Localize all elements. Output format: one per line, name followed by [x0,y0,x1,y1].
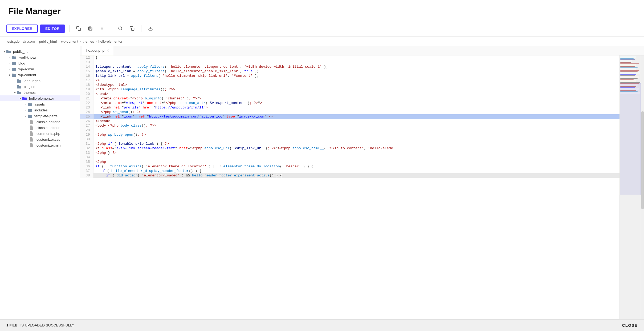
scrollbar-thumb[interactable] [641,111,644,209]
table-row: 29 <?php wp_body_open(); ?> [80,132,619,137]
svg-rect-33 [620,91,638,92]
sidebar-item-comments-php[interactable]: comments.php [0,131,80,136]
sidebar-item-label: customizer.css [36,138,60,142]
sidebar-item-label: comments.php [36,132,60,136]
editor-tab-filename: header.php [86,49,104,53]
sidebar-item-languages[interactable]: › languages [0,78,80,84]
breadcrumb-part-0[interactable]: testsgdomain.com [6,39,35,43]
sidebar-item-label: themes [24,91,36,95]
status-bar: 1 FILE IS UPLOADED SUCCESSFULLY CLOSE [0,319,644,331]
chevron-right-icon: › [23,109,28,112]
table-row: 18 <!doctype html> [80,83,619,87]
download-icon-btn[interactable] [146,24,155,33]
sidebar-item-label: customizer.min [36,143,61,147]
folder-icon [12,73,17,77]
sidebar-item-wp-content[interactable]: ▼ wp-content [0,72,80,78]
editor-panel: header.php ✕ 12 } 13 [80,46,644,331]
breadcrumb-part-3[interactable]: themes [83,39,94,43]
table-row: 15 $enable_skip_link = apply_filters( 'h… [80,69,619,74]
copy2-icon [130,26,134,31]
sidebar-item-assets[interactable]: › assets [0,101,80,107]
breadcrumb-part-2[interactable]: wp-content [61,39,78,43]
table-row: 35 <?php [80,160,619,164]
breadcrumb-part-4[interactable]: hello-elementor [98,39,122,43]
chevron-down-icon: ▼ [7,74,12,76]
sidebar-item-customizer-min[interactable]: customizer.min [0,142,80,148]
close-tab-icon[interactable]: ✕ [107,49,109,53]
svg-rect-18 [620,71,638,72]
sidebar-item-label: .well-known [18,55,37,59]
search-icon-btn[interactable] [116,24,125,33]
toolbar-separator [69,25,70,32]
svg-rect-0 [78,28,80,31]
table-row: 14 $viewport_content = apply_filters( 'h… [80,64,619,69]
svg-rect-13 [620,65,636,65]
svg-rect-28 [620,85,638,85]
sidebar-item-hello-elementor[interactable]: ▼ hello-elementor [0,95,80,101]
editor-tab-header-php[interactable]: header.php ✕ [82,46,113,55]
copy-icon [76,26,81,31]
status-count: 1 FILE [6,323,17,327]
table-row: 32 <a class="skip-link screen-reader-tex… [80,146,619,151]
sidebar-item-customizer-css[interactable]: customizer.css [0,136,80,142]
svg-rect-29 [620,86,636,87]
svg-rect-15 [620,67,638,68]
status-message: 1 FILE IS UPLOADED SUCCESSFULLY [6,323,74,327]
sidebar-item-blog[interactable]: › blog [0,60,80,66]
breadcrumb-part-1[interactable]: public_html [39,39,57,43]
search-icon [118,26,123,31]
sidebar-item-wp-admin[interactable]: › wp-admin [0,66,80,72]
minimap-preview [620,55,641,189]
chevron-down-icon: ▼ [18,97,22,100]
code-scroll[interactable]: 12 } 13 14 $viewport_content = apply_fil… [80,55,619,331]
folder-icon [6,49,12,54]
svg-rect-21 [620,75,635,76]
table-row: 26 </head> [80,119,619,123]
sidebar-item-label: assets [34,102,45,106]
sidebar-item-plugins[interactable]: › plugins [0,84,80,90]
sidebar-item-includes[interactable]: › includes [0,107,80,113]
status-close-btn[interactable]: CLOSE [622,323,638,328]
table-row: 21 <meta charset="<?php bloginfo( 'chars… [80,96,619,101]
table-row: 17 ?> [80,78,619,83]
close-icon-btn[interactable] [97,24,107,33]
svg-rect-17 [620,70,639,71]
breadcrumb: testsgdomain.com › public_html › wp-cont… [0,37,644,46]
file-icon [30,137,35,142]
code-area[interactable]: 12 } 13 14 $viewport_content = apply_fil… [80,55,644,331]
svg-rect-5 [131,28,134,31]
toolbar: EXPLORER EDITOR [0,21,644,37]
copy-icon-btn[interactable] [74,24,83,33]
sidebar-item-classic-editor-c[interactable]: classic-editor.c [0,119,80,125]
chevron-right-icon: › [7,62,12,65]
svg-rect-20 [620,74,636,75]
sidebar-item-public_html[interactable]: ▼ public_html [0,49,80,54]
file-icon [30,126,35,130]
table-row: 16 $skip_link_url = apply_filters( 'hell… [80,74,619,78]
file-icon [30,120,35,124]
sidebar-item-label: wp-content [18,73,36,77]
chevron-down-icon: ▼ [13,91,17,94]
svg-rect-24 [620,79,634,80]
editor-tab[interactable]: EDITOR [40,25,65,33]
sidebar-item-template-parts[interactable]: › template-parts [0,113,80,119]
sidebar-item-label: blog [18,61,25,65]
svg-rect-26 [620,82,640,83]
svg-rect-23 [620,78,638,79]
sidebar-item-themes[interactable]: ▼ themes [0,90,80,95]
toolbar-separator-2 [111,25,111,32]
svg-line-4 [121,29,122,30]
toolbar-separator-3 [141,25,141,32]
x-icon [100,26,104,31]
sidebar-item-well-known[interactable]: › .well-known [0,54,80,60]
save-icon-btn[interactable] [85,24,95,33]
sidebar-item-label: wp-admin [18,67,34,71]
explorer-tab[interactable]: EXPLORER [6,25,38,33]
vertical-scrollbar[interactable] [641,55,644,331]
folder-icon [12,67,17,71]
sidebar-item-label: languages [24,79,40,83]
copy2-icon-btn[interactable] [127,24,137,33]
svg-rect-27 [620,83,639,84]
sidebar-item-classic-editor-m[interactable]: classic-editor.m [0,125,80,131]
code-table: 12 } 13 14 $viewport_content = apply_fil… [80,55,619,178]
